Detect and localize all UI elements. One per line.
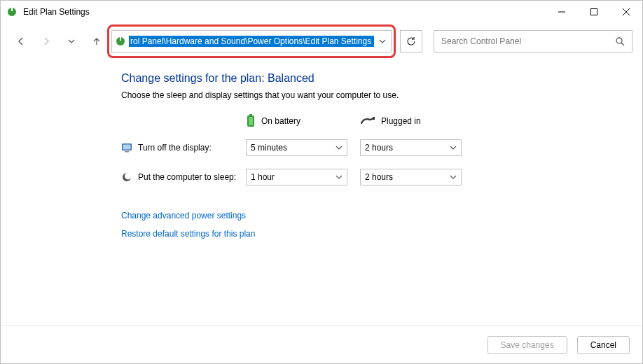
forward-button[interactable] — [36, 31, 57, 52]
address-bar[interactable]: rol Panel\Hardware and Sound\Power Optio… — [111, 30, 392, 52]
svg-point-18 — [125, 173, 132, 180]
battery-icon — [246, 114, 256, 128]
minimize-button[interactable] — [546, 1, 578, 23]
svg-rect-7 — [120, 37, 121, 41]
display-battery-value: 5 minutes — [251, 143, 287, 153]
sleep-setting-label: Put the computer to sleep: — [121, 172, 246, 183]
display-plugged-select[interactable]: 2 hours — [360, 139, 462, 156]
up-button[interactable] — [86, 31, 107, 52]
display-plugged-value: 2 hours — [365, 143, 393, 153]
display-battery-select[interactable]: 5 minutes — [246, 139, 347, 156]
sleep-battery-value: 1 hour — [251, 172, 275, 182]
window-controls — [546, 1, 642, 23]
page-subtext: Choose the sleep and display settings th… — [121, 90, 631, 100]
chevron-down-icon — [450, 174, 457, 181]
search-box[interactable] — [434, 30, 632, 52]
moon-icon — [121, 172, 132, 183]
search-icon[interactable] — [615, 36, 625, 46]
footer-buttons: Save changes Cancel — [1, 326, 642, 363]
plug-icon — [360, 116, 375, 126]
chevron-down-icon — [336, 144, 343, 151]
svg-rect-3 — [591, 9, 597, 15]
chevron-down-icon — [450, 144, 457, 151]
toolbar: rol Panel\Hardware and Sound\Power Optio… — [1, 23, 642, 59]
app-icon — [6, 6, 18, 18]
links-block: Change advanced power settings Restore d… — [121, 211, 631, 239]
window-frame: Edit Plan Settings — [0, 0, 643, 364]
content-area: Change settings for the plan: Balanced C… — [1, 59, 642, 326]
column-headers: On battery Plugged in — [246, 114, 631, 128]
display-setting-row: Turn off the display: 5 minutes 2 hours — [121, 139, 631, 156]
cancel-button[interactable]: Cancel — [577, 336, 630, 354]
back-button[interactable] — [11, 31, 32, 52]
svg-rect-10 — [249, 114, 252, 115]
svg-point-8 — [616, 38, 622, 43]
recent-locations-button[interactable] — [61, 31, 82, 52]
display-setting-label: Turn off the display: — [121, 142, 246, 153]
window-title: Edit Plan Settings — [23, 7, 546, 17]
address-path[interactable]: rol Panel\Hardware and Sound\Power Optio… — [129, 36, 374, 47]
svg-rect-13 — [373, 117, 375, 120]
advanced-settings-link[interactable]: Change advanced power settings — [121, 211, 631, 220]
titlebar: Edit Plan Settings — [1, 1, 642, 23]
page-heading: Change settings for the plan: Balanced — [121, 72, 631, 85]
address-dropdown-button[interactable] — [374, 38, 391, 45]
save-button[interactable]: Save changes — [488, 336, 567, 354]
plugged-column-label: Plugged in — [381, 116, 421, 126]
svg-rect-15 — [123, 145, 131, 150]
sleep-setting-row: Put the computer to sleep: 1 hour 2 hour… — [121, 169, 631, 186]
search-input[interactable] — [441, 36, 615, 46]
sleep-label-text: Put the computer to sleep: — [138, 172, 236, 182]
svg-line-9 — [621, 43, 624, 46]
monitor-icon — [121, 142, 132, 153]
maximize-button[interactable] — [578, 1, 610, 23]
svg-rect-16 — [125, 151, 129, 153]
plugged-column-header: Plugged in — [360, 114, 462, 128]
address-bar-container: rol Panel\Hardware and Sound\Power Optio… — [111, 30, 392, 52]
address-icon — [112, 36, 129, 47]
battery-column-label: On battery — [261, 116, 300, 126]
close-button[interactable] — [610, 1, 642, 23]
svg-rect-12 — [249, 117, 253, 125]
svg-rect-1 — [11, 8, 13, 11]
refresh-button[interactable] — [400, 30, 422, 52]
restore-defaults-link[interactable]: Restore default settings for this plan — [121, 229, 631, 239]
battery-column-header: On battery — [246, 114, 347, 128]
display-label-text: Turn off the display: — [138, 143, 212, 153]
sleep-plugged-value: 2 hours — [365, 172, 393, 182]
sleep-battery-select[interactable]: 1 hour — [246, 169, 347, 186]
chevron-down-icon — [336, 174, 343, 181]
sleep-plugged-select[interactable]: 2 hours — [360, 169, 462, 186]
